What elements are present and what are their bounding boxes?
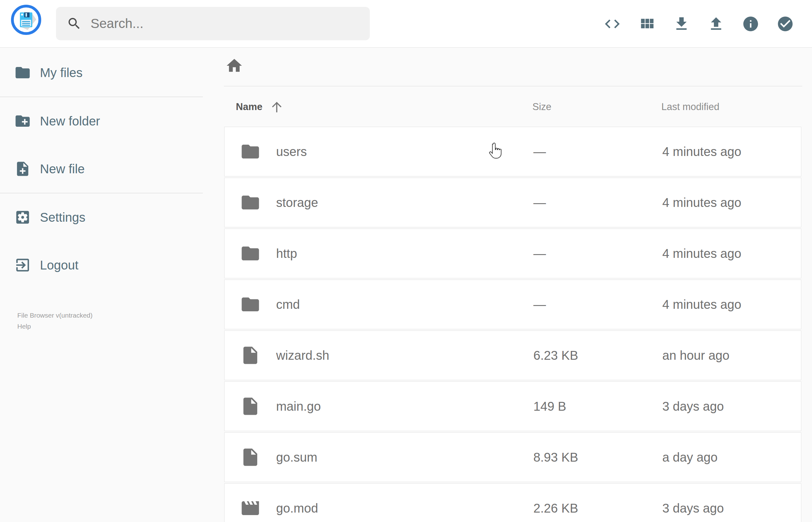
folder-icon — [240, 141, 261, 162]
file-listing: users — 4 minutes ago storage — 4 minute… — [224, 127, 801, 522]
filebrowser-app: My files New folder New file Settings Lo… — [0, 0, 812, 522]
folder-icon — [240, 243, 261, 264]
column-header-modified[interactable]: Last modified — [662, 101, 719, 113]
download-button[interactable] — [664, 6, 699, 41]
file-row-go-sum[interactable]: go.sum 8.93 KB a day ago — [224, 433, 801, 482]
logout-icon — [14, 257, 31, 274]
folder-icon — [14, 64, 31, 81]
info-button[interactable] — [733, 6, 768, 41]
app-header — [0, 0, 812, 48]
file-name: cmd — [276, 298, 300, 312]
grid-view-icon — [638, 15, 656, 33]
raw-view-button[interactable] — [595, 6, 630, 41]
file-icon — [240, 345, 261, 366]
file-row-main-go[interactable]: main.go 149 B 3 days ago — [224, 381, 801, 431]
folder-icon — [240, 294, 261, 315]
settings-gear-icon — [14, 209, 31, 226]
main-content: Name Size Last modified users — 4 minute… — [203, 48, 812, 522]
sidebar: My files New folder New file Settings Lo… — [0, 48, 203, 522]
file-name: http — [276, 246, 297, 261]
column-header-size[interactable]: Size — [532, 101, 551, 113]
check-circle-icon — [776, 15, 794, 33]
info-icon — [742, 15, 759, 33]
movie-file-icon — [240, 498, 261, 519]
file-size: — — [533, 298, 546, 312]
file-row-cmd[interactable]: cmd — 4 minutes ago — [224, 280, 801, 329]
file-size: 8.93 KB — [533, 450, 578, 464]
help-link[interactable]: Help — [17, 321, 203, 332]
file-row-http[interactable]: http — 4 minutes ago — [224, 228, 801, 278]
folder-icon — [240, 192, 261, 213]
breadcrumb-divider — [224, 86, 802, 86]
search-input[interactable] — [90, 16, 359, 31]
file-icon — [240, 447, 261, 468]
file-size: — — [533, 246, 546, 261]
upload-button[interactable] — [699, 6, 733, 41]
search-icon — [67, 16, 82, 31]
home-icon[interactable] — [225, 57, 243, 75]
file-size: — — [533, 196, 546, 210]
file-row-users[interactable]: users — 4 minutes ago — [224, 127, 801, 176]
sidebar-footer: File Browser v(untracked) Help — [0, 310, 203, 332]
file-row-go-mod[interactable]: go.mod 2.26 KB 3 days ago — [224, 483, 801, 522]
sidebar-item-new-file[interactable]: New file — [0, 145, 203, 193]
app-version-text: File Browser v(untracked) — [17, 310, 203, 321]
file-size: 149 B — [533, 399, 566, 414]
search-bar[interactable] — [56, 7, 370, 40]
file-modified: 4 minutes ago — [662, 196, 741, 210]
file-modified: 3 days ago — [662, 399, 724, 414]
file-size: — — [533, 145, 546, 159]
file-modified: a day ago — [662, 450, 718, 464]
file-name: users — [276, 145, 307, 159]
note-add-icon — [14, 160, 31, 177]
file-modified: 3 days ago — [662, 501, 724, 516]
header-actions — [595, 0, 803, 48]
file-row-wizard-sh[interactable]: wizard.sh 6.23 KB an hour ago — [224, 330, 801, 380]
sidebar-item-new-folder[interactable]: New folder — [0, 97, 203, 145]
file-name: go.mod — [276, 501, 318, 516]
code-brackets-icon — [604, 15, 621, 33]
column-header-name[interactable]: Name — [236, 101, 262, 113]
file-name: wizard.sh — [276, 348, 329, 363]
sidebar-item-settings[interactable]: Settings — [0, 194, 203, 241]
file-size: 6.23 KB — [533, 348, 578, 363]
switch-view-button[interactable] — [630, 6, 664, 41]
upload-icon — [707, 15, 725, 33]
file-modified: an hour ago — [662, 348, 730, 363]
file-row-storage[interactable]: storage — 4 minutes ago — [224, 178, 801, 227]
sidebar-item-label: My files — [40, 66, 83, 80]
sidebar-item-label: New file — [40, 162, 85, 176]
breadcrumb — [225, 57, 243, 75]
file-modified: 4 minutes ago — [662, 246, 741, 261]
file-name: main.go — [276, 399, 321, 414]
sidebar-item-label: Settings — [40, 210, 85, 224]
file-modified: 4 minutes ago — [662, 145, 741, 159]
file-name: storage — [276, 196, 318, 210]
listing-header: Name Size Last modified — [203, 95, 812, 119]
file-modified: 4 minutes ago — [662, 298, 741, 312]
sidebar-item-label: Logout — [40, 258, 78, 272]
file-name: go.sum — [276, 450, 317, 464]
sort-ascending-icon[interactable] — [269, 100, 284, 114]
select-multiple-button[interactable] — [768, 6, 803, 41]
sidebar-item-logout[interactable]: Logout — [0, 241, 203, 289]
file-icon — [240, 396, 261, 417]
sidebar-item-label: New folder — [40, 114, 100, 128]
floppy-disk-logo-icon — [11, 4, 41, 35]
download-icon — [673, 15, 690, 33]
sidebar-item-my-files[interactable]: My files — [0, 49, 203, 97]
file-size: 2.26 KB — [533, 501, 578, 516]
filebrowser-logo — [11, 4, 41, 35]
create-new-folder-icon — [14, 113, 31, 129]
